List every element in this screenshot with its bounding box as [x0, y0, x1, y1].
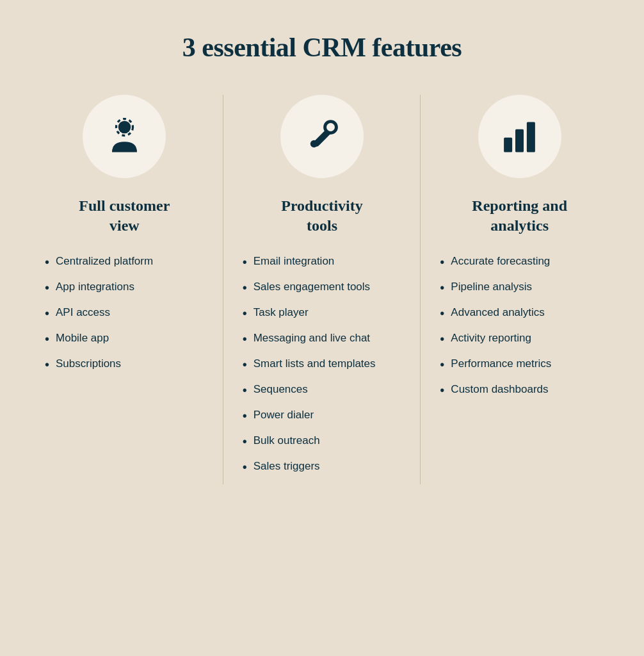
list-item: Pipeline analysis	[440, 279, 606, 296]
feature-list-reporting: Accurate forecasting Pipeline analysis A…	[433, 254, 606, 407]
bar-chart-icon	[499, 115, 540, 159]
svg-point-4	[326, 123, 335, 131]
list-item: Sales triggers	[243, 459, 408, 475]
list-item: App integrations	[45, 279, 211, 296]
icon-circle-productivity	[280, 95, 364, 178]
list-item: Custom dashboards	[440, 382, 606, 398]
svg-point-5	[310, 140, 317, 147]
list-item: Sequences	[243, 382, 408, 398]
svg-rect-8	[527, 122, 535, 152]
list-item: Mobile app	[45, 331, 211, 347]
column-title-reporting: Reporting andanalytics	[472, 196, 567, 236]
list-item: Centralized platform	[45, 254, 211, 270]
list-item: Advanced analytics	[440, 305, 606, 322]
feature-list-productivity: Email integration Sales engagement tools…	[236, 254, 408, 484]
list-item: Accurate forecasting	[440, 254, 606, 270]
feature-list-customer: Centralized platform App integrations AP…	[38, 254, 211, 382]
icon-circle-reporting	[478, 95, 561, 178]
columns-wrapper: Full customerview Centralized platform A…	[26, 95, 618, 484]
list-item: Subscriptions	[45, 356, 211, 373]
list-item: Sales engagement tools	[243, 279, 408, 296]
list-item: Smart lists and templates	[243, 356, 408, 373]
column-productivity-tools: Productivitytools Email integration Sale…	[223, 95, 421, 484]
list-item: Messaging and live chat	[243, 331, 408, 347]
column-title-productivity: Productivitytools	[281, 196, 363, 236]
svg-rect-7	[515, 129, 524, 152]
page-title: 3 essential CRM features	[182, 32, 462, 63]
person-gear-icon	[104, 115, 145, 159]
column-reporting-analytics: Reporting andanalytics Accurate forecast…	[421, 95, 618, 484]
list-item: Activity reporting	[440, 331, 606, 347]
page-container: 3 essential CRM features Full customervi…	[0, 0, 644, 656]
svg-rect-6	[504, 137, 512, 152]
list-item: Task player	[243, 305, 408, 322]
list-item: Performance metrics	[440, 356, 606, 373]
list-item: Email integration	[243, 254, 408, 270]
wrench-icon	[302, 115, 343, 159]
list-item: Power dialer	[243, 407, 408, 424]
column-full-customer-view: Full customerview Centralized platform A…	[26, 95, 223, 484]
list-item: API access	[45, 305, 211, 322]
svg-point-0	[118, 120, 131, 133]
column-title-customer: Full customerview	[79, 196, 170, 236]
icon-circle-customer	[83, 95, 166, 178]
list-item: Bulk outreach	[243, 433, 408, 450]
